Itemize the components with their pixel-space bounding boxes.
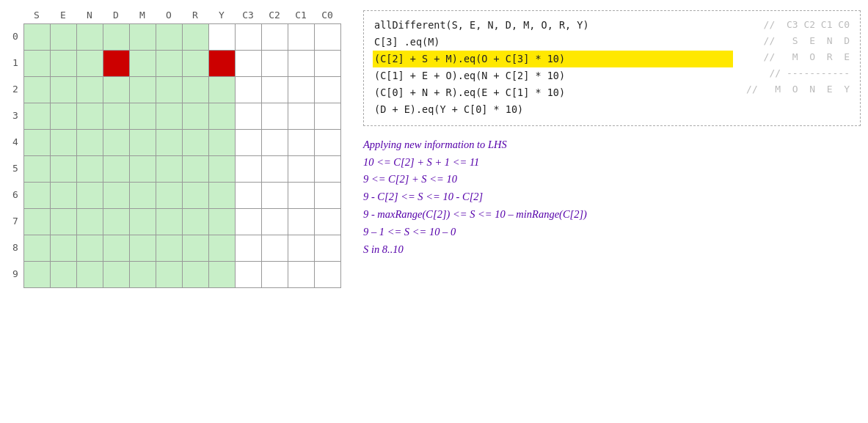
constraint-comment: // M O N E Y <box>746 81 850 98</box>
grid-cell <box>209 262 236 288</box>
grid-cell <box>77 77 103 103</box>
col-header: Y <box>208 7 235 23</box>
grid-cell <box>51 103 77 130</box>
grid-cell <box>183 262 209 288</box>
grid-cell <box>209 235 236 262</box>
grid-cell <box>262 262 288 288</box>
grid-cell <box>156 183 183 209</box>
grid-cell <box>156 235 183 262</box>
grid-cell <box>103 183 130 209</box>
grid-cell <box>209 130 236 156</box>
grid-cell <box>51 130 77 156</box>
constraint-comment: // C3 C2 C1 C0 <box>746 17 850 33</box>
row-label: 4 <box>7 129 23 155</box>
grid-cell <box>183 24 209 51</box>
grid-cells <box>23 23 341 288</box>
grid-cell <box>236 103 262 130</box>
grid-cell <box>315 77 341 103</box>
grid-cell <box>103 77 130 103</box>
constraint-line: C[3] .eq(M) <box>374 34 732 51</box>
explanation-line: S in 8..10 <box>363 241 861 259</box>
grid-cell <box>77 183 103 209</box>
grid-cell <box>288 130 315 156</box>
grid-col-headers: SENDMORYC3C2C1C0 <box>23 7 340 23</box>
grid-cell <box>24 51 51 77</box>
grid-cell <box>236 156 262 183</box>
grid-cell <box>183 103 209 130</box>
row-label: 8 <box>7 235 23 261</box>
grid-cell <box>24 262 51 288</box>
grid-cell <box>156 130 183 156</box>
explanation-line: 10 <= C[2] + S + 1 <= 11 <box>363 154 861 172</box>
table-row <box>24 235 341 262</box>
grid-cell <box>183 77 209 103</box>
grid-cell <box>130 24 156 51</box>
table-row <box>24 51 341 77</box>
grid-cell <box>156 51 183 77</box>
grid-cell <box>24 183 51 209</box>
grid-cell <box>24 209 51 235</box>
explanation-title: Applying new information to LHS <box>363 136 861 154</box>
row-label: 9 <box>7 261 23 287</box>
constraint-box: allDifferent(S, E, N, D, M, O, R, Y) C[3… <box>363 10 861 126</box>
grid-cell <box>103 209 130 235</box>
table-row <box>24 77 341 103</box>
grid-cell <box>315 103 341 130</box>
grid-cell <box>51 24 77 51</box>
grid-cell <box>288 262 315 288</box>
table-row <box>24 156 341 183</box>
table-row <box>24 130 341 156</box>
grid-cell <box>183 235 209 262</box>
explanation-line: 9 <= C[2] + S <= 10 <box>363 171 861 188</box>
grid-cell <box>288 235 315 262</box>
grid-body: 0123456789 <box>7 23 341 288</box>
grid-cell <box>24 24 51 51</box>
grid-cell <box>156 209 183 235</box>
grid-cell <box>156 77 183 103</box>
grid-cell <box>183 209 209 235</box>
grid-cell <box>24 130 51 156</box>
grid-cell <box>288 24 315 51</box>
grid-cell <box>209 77 236 103</box>
grid-cell <box>262 156 288 183</box>
col-header: N <box>76 7 103 23</box>
grid-cell <box>156 103 183 130</box>
row-label: 6 <box>7 182 23 208</box>
grid-area: SENDMORYC3C2C1C0 0123456789 <box>7 7 341 288</box>
row-label: 3 <box>7 103 23 129</box>
constraint-right: // C3 C2 C1 C0// S E N D// M O R E// ---… <box>732 17 850 118</box>
constraint-line: (D + E).eq(Y + C[0] * 10) <box>374 101 732 118</box>
grid-cell <box>315 156 341 183</box>
grid-cell <box>262 24 288 51</box>
grid-cell <box>103 235 130 262</box>
grid-cell <box>315 183 341 209</box>
grid-cell <box>262 235 288 262</box>
grid-cell <box>24 235 51 262</box>
col-header: O <box>156 7 182 23</box>
grid-cell <box>51 262 77 288</box>
grid-cell <box>236 183 262 209</box>
row-label: 1 <box>7 50 23 76</box>
explanation-line: 9 – 1 <= S <= 10 – 0 <box>363 224 861 241</box>
grid-cell <box>262 130 288 156</box>
grid-cell <box>183 51 209 77</box>
grid-cell <box>236 130 262 156</box>
grid-cell <box>288 156 315 183</box>
grid-cell <box>51 209 77 235</box>
grid-cell <box>156 262 183 288</box>
grid-cell <box>288 103 315 130</box>
grid-cell <box>209 183 236 209</box>
grid-cell <box>209 51 236 77</box>
col-header: C1 <box>288 7 314 23</box>
row-label: 2 <box>7 76 23 103</box>
table-row <box>24 103 341 130</box>
col-header: D <box>103 7 129 23</box>
grid-cell <box>51 183 77 209</box>
grid-cell <box>236 77 262 103</box>
grid-cell <box>77 262 103 288</box>
row-label: 0 <box>7 23 23 50</box>
grid-cell <box>156 24 183 51</box>
grid-cell <box>236 262 262 288</box>
explanation-lines: 10 <= C[2] + S + 1 <= 119 <= C[2] + S <=… <box>363 154 861 260</box>
grid-cell <box>236 24 262 51</box>
